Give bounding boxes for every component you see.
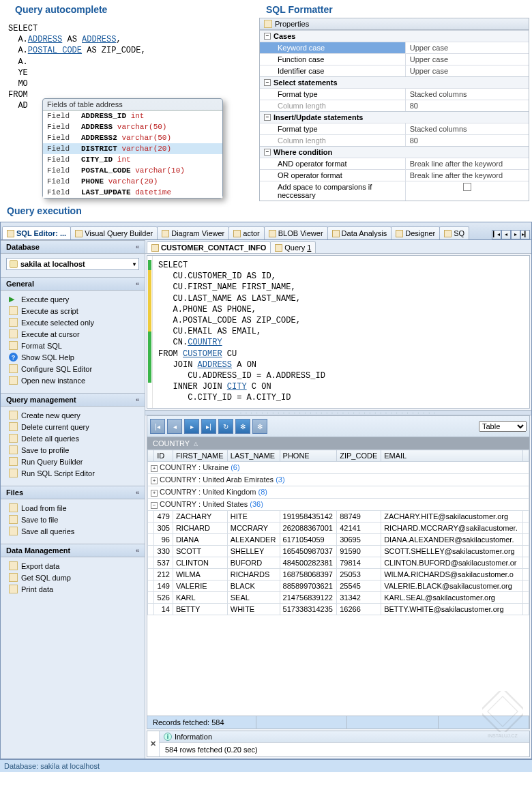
category-header[interactable]: −Select statements <box>260 77 529 88</box>
sidebar-item[interactable]: Print data <box>1 583 145 595</box>
sidebar-item[interactable]: Save to profile <box>1 444 145 456</box>
sidebar-item[interactable]: Execute as script <box>1 305 145 317</box>
top-tab[interactable]: BLOB Viewer <box>264 226 328 239</box>
sidebar-group[interactable]: Files« <box>1 486 145 499</box>
category-header[interactable]: −Where condition <box>260 147 529 158</box>
sidebar-item[interactable]: Execute selected only <box>1 317 145 328</box>
top-tab[interactable]: Diagram Viewer <box>157 226 229 239</box>
inner-tab[interactable]: Query 1 <box>270 241 316 253</box>
table-row[interactable]: 537CLINTONBUFORD48450028238179814CLINTON… <box>148 557 529 569</box>
column-header[interactable] <box>522 450 529 462</box>
autocomplete-field[interactable]: FieldPOSTAL_CODE varchar(10) <box>43 165 222 176</box>
group-row[interactable]: +COUNTRY : United Kingdom (8) <box>148 486 529 499</box>
column-header[interactable]: ID <box>154 450 173 462</box>
tab-scroll-first[interactable]: ▎◂ <box>492 230 501 239</box>
sidebar-item[interactable]: Run SQL Script Editor <box>1 467 145 479</box>
sidebar-group-database[interactable]: Database « <box>1 240 145 254</box>
column-header[interactable]: LAST_NAME <box>227 450 280 462</box>
column-header[interactable]: ZIP_CODE <box>337 450 381 462</box>
property-row[interactable]: Column length80 <box>260 134 529 146</box>
property-row[interactable]: Format typeStacked columns <box>260 123 529 134</box>
sidebar-group[interactable]: Data Management« <box>1 544 145 557</box>
checkbox[interactable] <box>463 183 471 191</box>
column-header[interactable]: EMAIL <box>381 450 523 462</box>
nav-first-button[interactable]: |◂ <box>150 419 165 434</box>
autocomplete-field[interactable]: FieldADDRESS_ID int <box>43 111 222 121</box>
group-bar[interactable]: COUNTRY △ <box>147 437 529 450</box>
autocomplete-field[interactable]: FieldADDRESS varchar(50) <box>43 121 222 132</box>
top-tab[interactable]: Visual Query Builder <box>70 226 158 239</box>
table-row[interactable]: 96DIANAALEXANDER617105405930695DIANA.ALE… <box>148 534 529 546</box>
sidebar-item[interactable]: Format SQL <box>1 340 145 351</box>
sql-text[interactable]: SELECT CU.CUSTOMER_ID AS ID, CU.FIRST_NA… <box>153 256 331 408</box>
column-header[interactable] <box>148 450 154 462</box>
table-row[interactable]: 330SCOTTSHELLEY16545098703791590SCOTT.SH… <box>148 546 529 557</box>
top-tab[interactable]: Designer <box>391 226 440 239</box>
top-tab[interactable]: SQL Editor: ... <box>2 226 71 239</box>
sidebar-item[interactable]: Delete current query <box>1 421 145 432</box>
category-header[interactable]: −Insert/Update statements <box>260 112 529 123</box>
sidebar-item[interactable]: Save all queries <box>1 525 145 537</box>
group-row[interactable]: −COUNTRY : United States (36) <box>148 499 529 511</box>
add-row-button[interactable]: ✻ <box>235 419 250 434</box>
autocomplete-popup[interactable]: Fields of table address FieldADDRESS_ID … <box>42 98 223 198</box>
refresh-button[interactable]: ↻ <box>218 419 233 434</box>
autocomplete-field[interactable]: FieldLAST_UPDATE datetime <box>43 187 222 198</box>
column-header[interactable]: FIRST_NAME <box>173 450 227 462</box>
sidebar-item[interactable]: Export data <box>1 560 145 572</box>
database-selector[interactable]: sakila at localhost ▾ <box>6 258 139 270</box>
sidebar-item[interactable]: ?Show SQL Help <box>1 351 145 363</box>
table-row[interactable]: 212WILMARICHARDS16875806839725053WILMA.R… <box>148 569 529 580</box>
sidebar-item[interactable]: Delete all queries <box>1 432 145 444</box>
sidebar-item[interactable]: Open new instance <box>1 374 145 386</box>
info-close-button[interactable]: ✕ <box>147 731 160 756</box>
tab-scroll-right[interactable]: ▸ <box>511 230 520 239</box>
nav-last-button[interactable]: ▸| <box>201 419 216 434</box>
property-row[interactable]: Function caseUpper case <box>260 53 529 65</box>
autocomplete-field[interactable]: FieldDISTRICT varchar(20) <box>43 143 222 154</box>
property-row[interactable]: Column length80 <box>260 100 529 111</box>
property-row[interactable]: AND operator formatBreak line after the … <box>260 158 529 169</box>
property-row[interactable]: OR operator formatBreak line after the k… <box>260 169 529 181</box>
view-mode-selector[interactable]: Table <box>479 421 527 432</box>
collapse-icon[interactable]: − <box>264 33 271 40</box>
top-tab[interactable]: Data Analysis <box>327 226 392 239</box>
data-grid[interactable]: IDFIRST_NAMELAST_NAMEPHONEZIP_CODEEMAIL+… <box>147 450 529 716</box>
sidebar-item[interactable]: Configure SQL Editor <box>1 363 145 374</box>
property-row[interactable]: Format typeStacked columns <box>260 88 529 100</box>
sidebar-item[interactable]: Save to file <box>1 514 145 525</box>
collapse-icon[interactable]: − <box>264 114 271 121</box>
table-row[interactable]: 149VALERIEBLACK88589970362125545VALERIE.… <box>148 580 529 592</box>
sidebar-item[interactable]: Execute at cursor <box>1 328 145 340</box>
property-row[interactable]: Add space to comparsions if neccessary <box>260 181 529 201</box>
group-row[interactable]: +COUNTRY : United Arab Emirates (3) <box>148 474 529 486</box>
autocomplete-field[interactable]: FieldCITY_ID int <box>43 154 222 165</box>
collapse-icon[interactable]: − <box>264 79 271 86</box>
sidebar-item[interactable]: Run Query Builder <box>1 456 145 467</box>
top-tab[interactable]: SQ <box>439 226 469 239</box>
delete-row-button[interactable]: ✻ <box>252 419 267 434</box>
top-tab[interactable]: actor <box>228 226 264 239</box>
sidebar-group[interactable]: Query management« <box>1 393 145 407</box>
autocomplete-field[interactable]: FieldADDRESS2 varchar(50) <box>43 132 222 143</box>
sidebar-item[interactable]: Create new query <box>1 409 145 421</box>
table-row[interactable]: 526KARLSEAL21475683912231342KARL.SEAL@sa… <box>148 592 529 604</box>
nav-prev-button[interactable]: ◂ <box>167 419 182 434</box>
nav-next-button[interactable]: ▸ <box>184 419 199 434</box>
splitter[interactable]: · · · · · · · · · · · · · · · · · · · · … <box>145 410 531 415</box>
sidebar-item[interactable]: ▶Execute query <box>1 293 145 305</box>
column-header[interactable]: PHONE <box>280 450 337 462</box>
sql-editor[interactable]: SELECT CU.CUSTOMER_ID AS ID, CU.FIRST_NA… <box>147 255 530 409</box>
table-row[interactable]: 305RICHARDMCCRARY26208836700142141RICHAR… <box>148 523 529 534</box>
autocomplete-field[interactable]: FieldPHONE varchar(20) <box>43 176 222 187</box>
table-row[interactable]: 14BETTYWHITE51733831423516266BETTY.WHITE… <box>148 604 529 615</box>
table-row[interactable]: 479ZACHARYHITE19195843514288749ZACHARY.H… <box>148 511 529 523</box>
group-row[interactable]: +COUNTRY : Ukraine (6) <box>148 462 529 474</box>
sidebar-group[interactable]: General« <box>1 277 145 291</box>
tab-scroll-last[interactable]: ▸▎ <box>520 230 530 239</box>
property-row[interactable]: Keyword caseUpper case <box>260 42 529 53</box>
sidebar-item[interactable]: Get SQL dump <box>1 572 145 583</box>
category-header[interactable]: −Cases <box>260 31 529 42</box>
sidebar-item[interactable]: Load from file <box>1 502 145 514</box>
collapse-icon[interactable]: − <box>264 149 271 156</box>
